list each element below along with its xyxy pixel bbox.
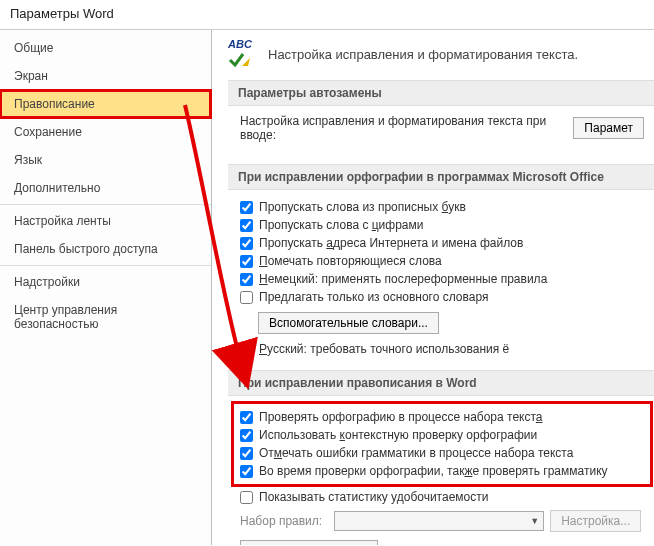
office-check-3-checkbox[interactable] [240,255,253,268]
office-check-russian-yo-label[interactable]: Русский: требовать точного использования… [259,342,509,356]
word-check-2: Отмечать ошибки грамматики в процессе на… [240,444,644,462]
office-check-3: Помечать повторяющиеся слова [240,252,644,270]
word-check-1: Использовать контекстную проверку орфогр… [240,426,644,444]
sidebar-item-4[interactable]: Язык [0,146,211,174]
word-check-1-label[interactable]: Использовать контекстную проверку орфогр… [259,428,537,442]
ruleset-settings-button[interactable]: Настройка... [550,510,641,532]
office-check-2-checkbox[interactable] [240,237,253,250]
aux-dictionaries-button[interactable]: Вспомогательные словари... [258,312,439,334]
office-check-russian-yo-checkbox[interactable] [240,343,253,356]
office-check-0-label[interactable]: Пропускать слова из прописных букв [259,200,466,214]
office-check-0-checkbox[interactable] [240,201,253,214]
sidebar-separator [0,265,211,266]
main-panel: ABC Настройка исправления и форматирован… [212,30,654,545]
sidebar-item-6[interactable]: Настройка ленты [0,207,211,235]
section-word-spell-title: При исправлении правописания в Word [228,370,654,396]
office-check-4: Немецкий: применять послереформенные пра… [240,270,644,288]
office-check-4-label[interactable]: Немецкий: применять послереформенные пра… [259,272,547,286]
ruleset-label: Набор правил: [240,514,322,528]
word-check-readability-label[interactable]: Показывать статистику удобочитаемости [259,490,488,504]
office-check-1: Пропускать слова с цифрами [240,216,644,234]
word-check-3-checkbox[interactable] [240,465,253,478]
content-container: ОбщиеЭкранПравописаниеСохранениеЯзыкДопо… [0,29,654,545]
abc-check-icon: ABC [228,40,256,68]
office-check-1-label[interactable]: Пропускать слова с цифрами [259,218,424,232]
word-check-0-checkbox[interactable] [240,411,253,424]
sidebar-item-9[interactable]: Центр управления безопасностью [0,296,211,338]
section-office-spell-title: При исправлении орфографии в программах … [228,164,654,190]
office-check-5-checkbox[interactable] [240,291,253,304]
word-check-3-label[interactable]: Во время проверки орфографии, также пров… [259,464,608,478]
header-row: ABC Настройка исправления и форматирован… [228,40,654,68]
office-check-4-checkbox[interactable] [240,273,253,286]
office-check-2-label[interactable]: Пропускать адреса Интернета и имена файл… [259,236,523,250]
header-text: Настройка исправления и форматирования т… [268,47,578,62]
autocorrect-line: Настройка исправления и форматирования т… [240,114,565,142]
word-check-1-checkbox[interactable] [240,429,253,442]
sidebar-item-7[interactable]: Панель быстрого доступа [0,235,211,263]
word-check-3: Во время проверки орфографии, также пров… [240,462,644,480]
sidebar-item-0[interactable]: Общие [0,34,211,62]
word-check-2-label[interactable]: Отмечать ошибки грамматики в процессе на… [259,446,573,460]
office-check-2: Пропускать адреса Интернета и имена файл… [240,234,644,252]
word-check-2-checkbox[interactable] [240,447,253,460]
word-check-0-label[interactable]: Проверять орфографию в процессе набора т… [259,410,543,424]
office-check-3-label[interactable]: Помечать повторяющиеся слова [259,254,442,268]
sidebar-item-5[interactable]: Дополнительно [0,174,211,202]
word-check-readability: Показывать статистику удобочитаемости [240,488,644,506]
check-document-button[interactable]: Проверка документа [240,540,378,545]
sidebar-item-3[interactable]: Сохранение [0,118,211,146]
office-check-1-checkbox[interactable] [240,219,253,232]
office-check-0: Пропускать слова из прописных букв [240,198,644,216]
autocorrect-params-button[interactable]: Парамет [573,117,644,139]
sidebar-separator [0,204,211,205]
word-check-readability-checkbox[interactable] [240,491,253,504]
office-check-russian-yo: Русский: требовать точного использования… [240,340,644,358]
office-check-5: Предлагать только из основного словаря [240,288,644,306]
word-spell-highlight: Проверять орфографию в процессе набора т… [234,404,650,484]
section-autocorrect-title: Параметры автозамены [228,80,654,106]
office-check-5-label[interactable]: Предлагать только из основного словаря [259,290,489,304]
sidebar-item-8[interactable]: Надстройки [0,268,211,296]
sidebar: ОбщиеЭкранПравописаниеСохранениеЯзыкДопо… [0,30,212,545]
word-check-0: Проверять орфографию в процессе набора т… [240,408,644,426]
window-title: Параметры Word [0,0,654,29]
sidebar-item-1[interactable]: Экран [0,62,211,90]
sidebar-item-2[interactable]: Правописание [0,90,211,118]
ruleset-select[interactable]: ▼ [334,511,544,531]
